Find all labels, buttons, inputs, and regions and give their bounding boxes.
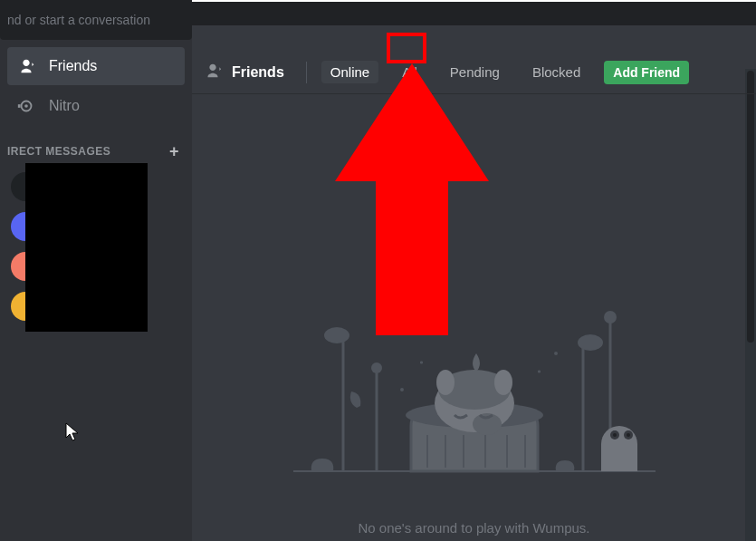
friends-icon xyxy=(16,56,36,76)
sidebar: nd or start a conversation Friends Nitro… xyxy=(0,0,192,541)
sidebar-item-nitro[interactable]: Nitro xyxy=(7,87,185,125)
svg-point-21 xyxy=(578,334,603,351)
main-panel: Friends Online All Pending Blocked Add F… xyxy=(192,0,756,541)
dm-list: na... xyxy=(0,163,192,330)
svg-point-17 xyxy=(436,370,455,395)
content-area: No one's around to play with Wumpus. xyxy=(192,94,756,541)
redaction-block xyxy=(25,163,148,332)
nitro-icon xyxy=(16,96,36,116)
svg-point-6 xyxy=(371,362,382,373)
page-title: Friends xyxy=(232,64,284,81)
search-placeholder: nd or start a conversation xyxy=(7,13,150,27)
sidebar-item-label: Nitro xyxy=(49,98,80,114)
tab-pending[interactable]: Pending xyxy=(441,61,509,83)
tab-all[interactable]: All xyxy=(393,61,426,83)
svg-point-27 xyxy=(627,433,630,437)
svg-point-23 xyxy=(604,311,617,324)
app-root: nd or start a conversation Friends Nitro… xyxy=(0,0,756,541)
svg-point-26 xyxy=(613,433,617,437)
create-dm-button[interactable]: + xyxy=(169,143,179,159)
tab-blocked[interactable]: Blocked xyxy=(523,61,589,83)
svg-point-18 xyxy=(494,370,512,395)
topbar-title-group: Friends xyxy=(203,61,284,83)
search-input[interactable]: nd or start a conversation xyxy=(0,0,192,40)
dm-header-label: IRECT MESSAGES xyxy=(7,145,110,158)
divider xyxy=(306,62,307,83)
window-top-stripe xyxy=(192,0,756,25)
svg-point-29 xyxy=(554,352,558,355)
svg-point-1 xyxy=(24,104,28,108)
friends-icon xyxy=(203,61,223,83)
dm-header: IRECT MESSAGES + xyxy=(0,127,192,163)
topbar: Friends Online All Pending Blocked Add F… xyxy=(192,51,756,94)
sidebar-item-friends[interactable]: Friends xyxy=(7,47,185,85)
add-friend-button[interactable]: Add Friend xyxy=(604,61,689,84)
svg-point-28 xyxy=(400,388,404,391)
empty-state-text: No one's around to play with Wumpus. xyxy=(358,520,589,536)
tab-online[interactable]: Online xyxy=(321,61,378,83)
sidebar-nav: Friends Nitro xyxy=(0,47,192,127)
wumpus-illustration xyxy=(284,299,665,498)
svg-point-4 xyxy=(324,327,349,343)
sidebar-item-label: Friends xyxy=(49,58,97,74)
scrollbar-thumb[interactable] xyxy=(747,71,754,343)
